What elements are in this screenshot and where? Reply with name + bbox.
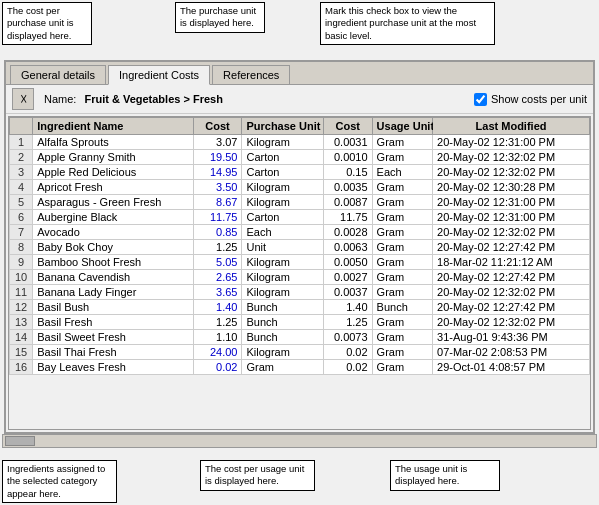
col-header-usage-unit[interactable]: Usage Unit [372, 118, 432, 135]
table-row[interactable]: 8Baby Bok Choy1.25Unit0.0063Gram20-May-0… [10, 240, 590, 255]
main-window: General details Ingredient Costs Referen… [4, 60, 595, 434]
purchase-unit-cell: Bunch [242, 330, 323, 345]
ingredient-name-cell: Asparagus - Green Fresh [33, 195, 193, 210]
annotation-top-right: Mark this check box to view the ingredie… [320, 2, 495, 45]
table-row[interactable]: 13Basil Fresh1.25Bunch1.25Gram20-May-02 … [10, 315, 590, 330]
ingredient-name-cell: Apple Granny Smith [33, 150, 193, 165]
purchase-unit-cell: Kilogram [242, 270, 323, 285]
usage-unit-cell: Gram [372, 255, 432, 270]
table-row[interactable]: 5Asparagus - Green Fresh8.67Kilogram0.00… [10, 195, 590, 210]
table-scroll[interactable]: Ingredient Name Cost Purchase Unit Cost … [9, 117, 590, 429]
usage-cost-cell: 0.02 [323, 360, 372, 375]
show-costs-label: Show costs per unit [491, 93, 587, 105]
usage-unit-cell: Each [372, 165, 432, 180]
tab-general-details[interactable]: General details [10, 65, 106, 84]
row-num-cell: 13 [10, 315, 33, 330]
table-row[interactable]: 14Basil Sweet Fresh1.10Bunch0.0073Gram31… [10, 330, 590, 345]
row-num-cell: 16 [10, 360, 33, 375]
col-header-rownum [10, 118, 33, 135]
last-modified-cell: 07-Mar-02 2:08:53 PM [433, 345, 590, 360]
purchase-unit-cell: Unit [242, 240, 323, 255]
purchase-cost-cell: 3.50 [193, 180, 242, 195]
row-num-cell: 15 [10, 345, 33, 360]
purchase-cost-cell: 11.75 [193, 210, 242, 225]
ingredient-table-container: Ingredient Name Cost Purchase Unit Cost … [8, 116, 591, 430]
row-num-cell: 12 [10, 300, 33, 315]
usage-unit-cell: Gram [372, 330, 432, 345]
usage-cost-cell: 0.0037 [323, 285, 372, 300]
row-num-cell: 7 [10, 225, 33, 240]
table-row[interactable]: 2Apple Granny Smith19.50Carton0.0010Gram… [10, 150, 590, 165]
purchase-unit-cell: Carton [242, 150, 323, 165]
usage-cost-cell: 0.0035 [323, 180, 372, 195]
table-row[interactable]: 9Bamboo Shoot Fresh5.05Kilogram0.0050Gra… [10, 255, 590, 270]
usage-cost-cell: 0.0063 [323, 240, 372, 255]
usage-unit-cell: Gram [372, 315, 432, 330]
usage-cost-cell: 0.0027 [323, 270, 372, 285]
ingredient-name-cell: Basil Fresh [33, 315, 193, 330]
row-num-cell: 4 [10, 180, 33, 195]
row-num-cell: 11 [10, 285, 33, 300]
usage-cost-cell: 0.0050 [323, 255, 372, 270]
table-row[interactable]: 6Aubergine Black11.75Carton11.75Gram20-M… [10, 210, 590, 225]
last-modified-cell: 20-May-02 12:31:00 PM [433, 210, 590, 225]
last-modified-cell: 20-May-02 12:32:02 PM [433, 225, 590, 240]
last-modified-cell: 20-May-02 12:27:42 PM [433, 270, 590, 285]
ingredient-table: Ingredient Name Cost Purchase Unit Cost … [9, 117, 590, 375]
annotation-top-left: The cost per purchase unit is displayed … [2, 2, 92, 45]
purchase-unit-cell: Kilogram [242, 345, 323, 360]
ingredient-name-cell: Bamboo Shoot Fresh [33, 255, 193, 270]
purchase-cost-cell: 1.40 [193, 300, 242, 315]
col-header-purchase-unit[interactable]: Purchase Unit [242, 118, 323, 135]
ingredient-name-cell: Basil Bush [33, 300, 193, 315]
row-num-cell: 9 [10, 255, 33, 270]
col-header-cost2[interactable]: Cost [323, 118, 372, 135]
purchase-cost-cell: 8.67 [193, 195, 242, 210]
table-row[interactable]: 15Basil Thai Fresh24.00Kilogram0.02Gram0… [10, 345, 590, 360]
show-costs-container: Show costs per unit [474, 93, 587, 106]
row-num-cell: 2 [10, 150, 33, 165]
show-costs-checkbox[interactable] [474, 93, 487, 106]
table-row[interactable]: 11Banana Lady Finger3.65Kilogram0.0037Gr… [10, 285, 590, 300]
row-num-cell: 5 [10, 195, 33, 210]
usage-unit-cell: Gram [372, 240, 432, 255]
name-label: Name: [44, 93, 76, 105]
table-row[interactable]: 7Avocado0.85Each0.0028Gram20-May-02 12:3… [10, 225, 590, 240]
tab-bar: General details Ingredient Costs Referen… [6, 62, 593, 85]
usage-cost-cell: 0.02 [323, 345, 372, 360]
table-row[interactable]: 3Apple Red Delicious14.95Carton0.15Each2… [10, 165, 590, 180]
purchase-unit-cell: Gram [242, 360, 323, 375]
purchase-unit-cell: Each [242, 225, 323, 240]
usage-cost-cell: 0.0087 [323, 195, 372, 210]
usage-cost-cell: 0.15 [323, 165, 372, 180]
col-header-cost1[interactable]: Cost [193, 118, 242, 135]
scroll-thumb[interactable] [5, 436, 35, 446]
usage-cost-cell: 11.75 [323, 210, 372, 225]
usage-unit-cell: Gram [372, 210, 432, 225]
table-row[interactable]: 12Basil Bush1.40Bunch1.40Bunch20-May-02 … [10, 300, 590, 315]
table-row[interactable]: 10Banana Cavendish2.65Kilogram0.0027Gram… [10, 270, 590, 285]
last-modified-cell: 31-Aug-01 9:43:36 PM [433, 330, 590, 345]
horizontal-scrollbar[interactable] [2, 434, 597, 448]
ingredient-name-cell: Basil Sweet Fresh [33, 330, 193, 345]
col-header-ingredient-name[interactable]: Ingredient Name [33, 118, 193, 135]
purchase-cost-cell: 19.50 [193, 150, 242, 165]
usage-cost-cell: 0.0010 [323, 150, 372, 165]
usage-cost-cell: 1.25 [323, 315, 372, 330]
usage-cost-cell: 0.0073 [323, 330, 372, 345]
filter-icon[interactable]: ☓ [12, 88, 34, 110]
ingredient-name-cell: Banana Cavendish [33, 270, 193, 285]
col-header-last-modified[interactable]: Last Modified [433, 118, 590, 135]
row-num-cell: 1 [10, 135, 33, 150]
annotation-bot-left: Ingredients assigned to the selected cat… [2, 460, 117, 503]
tab-ingredient-costs[interactable]: Ingredient Costs [108, 65, 210, 85]
table-row[interactable]: 1Alfalfa Sprouts3.07Kilogram0.0031Gram20… [10, 135, 590, 150]
ingredient-name-cell: Baby Bok Choy [33, 240, 193, 255]
annotation-top-mid: The purchase unit is displayed here. [175, 2, 265, 33]
purchase-cost-cell: 24.00 [193, 345, 242, 360]
table-row[interactable]: 16Bay Leaves Fresh0.02Gram0.02Gram29-Oct… [10, 360, 590, 375]
tab-references[interactable]: References [212, 65, 290, 84]
usage-unit-cell: Gram [372, 360, 432, 375]
ingredient-name-cell: Aubergine Black [33, 210, 193, 225]
table-row[interactable]: 4Apricot Fresh3.50Kilogram0.0035Gram20-M… [10, 180, 590, 195]
